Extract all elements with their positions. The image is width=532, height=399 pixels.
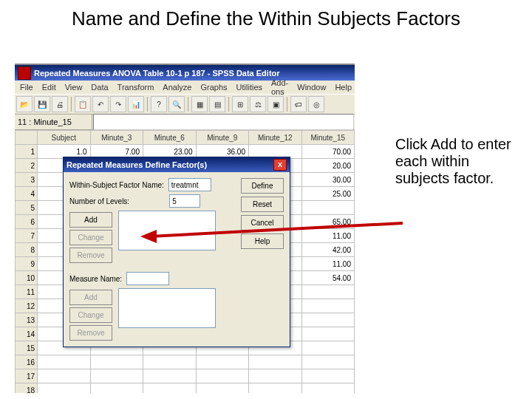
- grid-cell[interactable]: 25.00: [301, 187, 355, 201]
- grid-cell[interactable]: [38, 383, 91, 394]
- value-labels-icon[interactable]: 🏷: [290, 96, 307, 112]
- menu-graphs[interactable]: Graphs: [197, 82, 231, 92]
- cell-edit[interactable]: [93, 114, 354, 130]
- col-header[interactable]: Minute_9: [196, 131, 249, 145]
- grid-cell[interactable]: 42.00: [301, 243, 355, 257]
- sets-icon[interactable]: ◎: [308, 96, 324, 112]
- grid-cell[interactable]: [143, 369, 197, 383]
- row-header[interactable]: 18: [16, 383, 38, 394]
- grid-cell[interactable]: [301, 313, 355, 327]
- insert-case-icon[interactable]: ▤: [209, 96, 225, 112]
- open-icon[interactable]: 📂: [16, 96, 33, 112]
- remove-factor-button[interactable]: Remove: [69, 248, 112, 263]
- gotocase-icon[interactable]: ?: [151, 96, 167, 112]
- remove-measure-button[interactable]: Remove: [69, 325, 112, 341]
- grid-cell[interactable]: [196, 355, 249, 369]
- grid-cell[interactable]: [301, 341, 355, 355]
- row-header[interactable]: 14: [16, 327, 38, 341]
- grid-cell[interactable]: 20.00: [301, 159, 355, 173]
- save-icon[interactable]: 💾: [34, 96, 50, 112]
- menu-window[interactable]: Window: [293, 82, 330, 92]
- measures-listbox[interactable]: [118, 288, 216, 328]
- find-icon[interactable]: 🔍: [168, 96, 185, 112]
- grid-cell[interactable]: [301, 355, 355, 369]
- grid-cell[interactable]: [249, 383, 302, 394]
- grid-cell[interactable]: [249, 369, 302, 383]
- grid-cell[interactable]: [301, 285, 355, 299]
- menu-help[interactable]: Help: [331, 82, 355, 92]
- grid-cell[interactable]: [38, 369, 91, 383]
- row-header[interactable]: 8: [16, 243, 38, 257]
- close-icon[interactable]: X: [273, 159, 287, 171]
- cancel-button[interactable]: Cancel: [241, 215, 284, 231]
- col-header[interactable]: Minute_15: [301, 131, 355, 145]
- grid-cell[interactable]: [249, 355, 302, 369]
- row-header[interactable]: 5: [16, 201, 38, 215]
- grid-cell[interactable]: 11.00: [301, 229, 355, 243]
- row-header[interactable]: 13: [16, 313, 38, 327]
- variables-icon[interactable]: ▦: [191, 96, 208, 112]
- grid-cell[interactable]: [196, 383, 249, 394]
- grid-cell[interactable]: [90, 355, 143, 369]
- grid-cell[interactable]: [90, 383, 143, 394]
- menu-view[interactable]: View: [61, 82, 86, 92]
- weight-icon[interactable]: ⚖: [250, 96, 266, 112]
- select-icon[interactable]: ▣: [267, 96, 284, 112]
- menu-file[interactable]: File: [16, 82, 37, 92]
- measure-name-input[interactable]: [126, 272, 169, 285]
- row-header[interactable]: 3: [16, 173, 38, 187]
- row-header[interactable]: 9: [16, 257, 38, 271]
- grid-cell[interactable]: [301, 383, 355, 394]
- grid-cell[interactable]: 70.00: [301, 145, 355, 159]
- grid-cell[interactable]: [143, 383, 197, 394]
- change-factor-button[interactable]: Change: [69, 230, 112, 245]
- levels-input[interactable]: [169, 194, 200, 208]
- redo-icon[interactable]: ↷: [110, 96, 126, 112]
- row-header[interactable]: 12: [16, 299, 38, 313]
- change-measure-button[interactable]: Change: [69, 307, 112, 323]
- dialog-recall-icon[interactable]: 📋: [75, 96, 91, 112]
- row-header[interactable]: 1: [16, 145, 38, 159]
- grid-cell[interactable]: [143, 355, 197, 369]
- grid-cell[interactable]: [301, 201, 355, 215]
- row-header[interactable]: 10: [16, 271, 38, 285]
- menu-edit[interactable]: Edit: [38, 82, 60, 92]
- print-icon[interactable]: 🖨: [52, 96, 68, 112]
- grid-cell[interactable]: [90, 369, 143, 383]
- grid-cell[interactable]: [38, 355, 91, 369]
- row-header[interactable]: 7: [16, 229, 38, 243]
- grid-cell[interactable]: [301, 327, 355, 341]
- row-header[interactable]: 2: [16, 159, 38, 173]
- row-header[interactable]: 17: [16, 369, 38, 383]
- menu-addons[interactable]: Add-ons: [267, 78, 292, 97]
- col-header[interactable]: Subject: [38, 131, 91, 145]
- add-measure-button[interactable]: Add: [69, 290, 112, 305]
- help-button[interactable]: Help: [241, 233, 284, 249]
- menu-utilities[interactable]: Utilities: [233, 82, 266, 92]
- menu-data[interactable]: Data: [87, 82, 112, 92]
- grid-cell[interactable]: [301, 369, 355, 383]
- row-header[interactable]: 6: [16, 215, 38, 229]
- col-header[interactable]: Minute_12: [249, 131, 302, 145]
- grid-cell[interactable]: 30.00: [301, 173, 355, 187]
- grid-cell[interactable]: [301, 299, 355, 313]
- split-icon[interactable]: ⊞: [232, 96, 248, 112]
- row-header[interactable]: 4: [16, 187, 38, 201]
- grid-cell[interactable]: 11.00: [301, 257, 355, 271]
- menu-analyze[interactable]: Analyze: [159, 82, 195, 92]
- goto-icon[interactable]: 📊: [128, 96, 144, 112]
- row-header[interactable]: 11: [16, 285, 38, 299]
- col-header[interactable]: Minute_3: [90, 131, 143, 145]
- add-factor-button[interactable]: Add: [69, 212, 112, 228]
- factor-name-input[interactable]: [168, 178, 211, 191]
- grid-cell[interactable]: 54.00: [301, 271, 355, 285]
- undo-icon[interactable]: ↶: [92, 96, 109, 112]
- menu-transform[interactable]: Transform: [114, 82, 158, 92]
- dialog-title: Repeated Measures Define Factor(s): [66, 160, 207, 169]
- grid-cell[interactable]: [196, 369, 249, 383]
- row-header[interactable]: 15: [16, 341, 38, 355]
- grid-cell[interactable]: 65.00: [301, 215, 355, 229]
- factors-listbox[interactable]: [118, 211, 216, 250]
- row-header[interactable]: 16: [16, 355, 38, 369]
- col-header[interactable]: Minute_6: [143, 131, 197, 145]
